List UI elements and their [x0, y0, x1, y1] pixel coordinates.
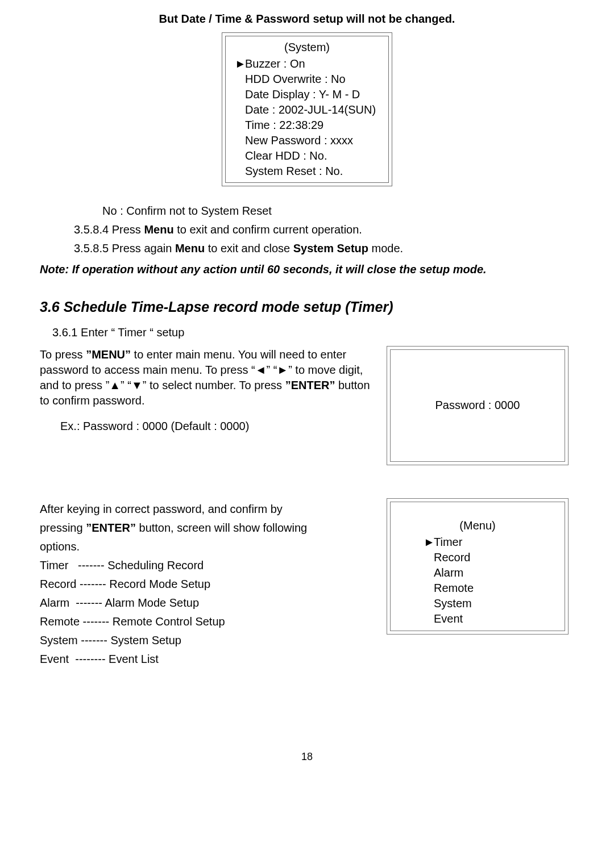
system-row-text: Buzzer : On	[245, 57, 305, 70]
text: button, screen will show following	[136, 521, 307, 534]
note-line: Note: If operation without any action un…	[40, 262, 574, 277]
menu-option-record: Record ------- Record Mode Setup	[40, 577, 375, 592]
menu-panel-title: (Menu)	[402, 518, 553, 533]
menu-option-event: Event -------- Event List	[40, 652, 375, 667]
menu-row-system: System	[402, 596, 553, 611]
no-rest: : Confirm not to System Reset	[117, 205, 272, 217]
step5-suffix: mode.	[368, 242, 403, 254]
menu-password-paragraph: To press ”MENU” to enter main menu. You …	[40, 347, 375, 408]
after-line-2: pressing ”ENTER” button, screen will sho…	[40, 520, 375, 536]
menu-keyword: Menu	[144, 223, 173, 236]
no-label: No	[102, 205, 117, 217]
enter-keyword: ”ENTER”	[86, 521, 136, 534]
menu-keyword: ”MENU”	[86, 348, 131, 361]
menu-row-text: Event	[434, 612, 463, 625]
system-panel-title: (System)	[231, 40, 383, 55]
system-row-date: Date : 2002-JUL-14(SUN)	[231, 102, 383, 118]
text: pressing	[40, 521, 86, 534]
system-row-text: Clear HDD : No.	[245, 149, 327, 162]
system-setup-keyword: System Setup	[293, 242, 368, 254]
menu-option-timer: Timer ------- Scheduling Record	[40, 558, 375, 573]
pointer-icon: ►	[235, 56, 245, 72]
system-settings-panel: (System) ►Buzzer : On HDD Overwrite : No…	[222, 32, 392, 186]
menu-row-alarm: Alarm	[402, 565, 553, 581]
system-row-time: Time : 22:38:29	[231, 118, 383, 133]
system-row-text: System Reset : No.	[245, 165, 343, 177]
step-suffix: to exit and confirm current operation.	[174, 223, 362, 236]
system-row-text: HDD Overwrite : No	[245, 73, 346, 85]
system-row-datedisplay: Date Display : Y- M - D	[231, 87, 383, 102]
step5-prefix: 3.5.8.5 Press again	[74, 242, 175, 254]
system-row-text: Date : 2002-JUL-14(SUN)	[245, 103, 376, 116]
password-value: Password : 0000	[435, 398, 520, 413]
step5-mid: to exit and close	[205, 242, 293, 254]
menu-option-remote: Remote ------- Remote Control Setup	[40, 614, 375, 629]
page-number: 18	[40, 750, 574, 763]
menu-row-text: Alarm	[434, 566, 463, 579]
menu-row-text: Timer	[434, 536, 462, 548]
password-panel: Password : 0000	[387, 346, 569, 465]
step-3-5-8-4: 3.5.8.4 Press Menu to exit and confirm c…	[40, 222, 574, 237]
header-warning: But Date / Time & Password setup will no…	[40, 11, 574, 27]
menu-row-text: System	[434, 597, 472, 610]
no-confirm-line: No : Confirm not to System Reset	[40, 203, 574, 219]
section-3-6-1: 3.6.1 Enter “ Timer “ setup	[52, 325, 574, 340]
menu-row-record: Record	[402, 550, 553, 565]
text: To press	[40, 348, 86, 361]
step-prefix: 3.5.8.4 Press	[74, 223, 144, 236]
system-row-password: New Password : xxxx	[231, 133, 383, 148]
enter-keyword: ”ENTER”	[285, 379, 335, 391]
after-line-1: After keying in correct password, and co…	[40, 502, 375, 517]
section-3-6-heading: 3.6 Schedule Time-Lapse record mode setu…	[40, 298, 574, 317]
system-row-buzzer: ►Buzzer : On	[231, 56, 383, 72]
after-line-3: options.	[40, 539, 375, 554]
system-row-clearhdd: Clear HDD : No.	[231, 148, 383, 164]
example-password-line: Ex.: Password : 0000 (Default : 0000)	[40, 419, 375, 434]
menu-row-text: Remote	[434, 582, 474, 594]
system-row-text: Date Display : Y- M - D	[245, 88, 360, 101]
system-row-text: New Password : xxxx	[245, 134, 353, 147]
menu-row-remote: Remote	[402, 581, 553, 596]
menu-row-text: Record	[434, 551, 470, 564]
menu-row-timer: ►Timer	[402, 535, 553, 550]
menu-keyword: Menu	[175, 242, 205, 254]
menu-row-event: Event	[402, 611, 553, 627]
system-row-hddoverwrite: HDD Overwrite : No	[231, 72, 383, 87]
pointer-icon: ►	[424, 535, 434, 550]
menu-option-alarm: Alarm ------- Alarm Mode Setup	[40, 595, 375, 611]
menu-option-system: System ------- System Setup	[40, 633, 375, 648]
step-3-5-8-5: 3.5.8.5 Press again Menu to exit and clo…	[40, 241, 574, 256]
menu-panel: (Menu) ►Timer Record Alarm Remote System…	[387, 498, 569, 635]
system-row-sysreset: System Reset : No.	[231, 164, 383, 179]
system-row-text: Time : 22:38:29	[245, 119, 323, 131]
